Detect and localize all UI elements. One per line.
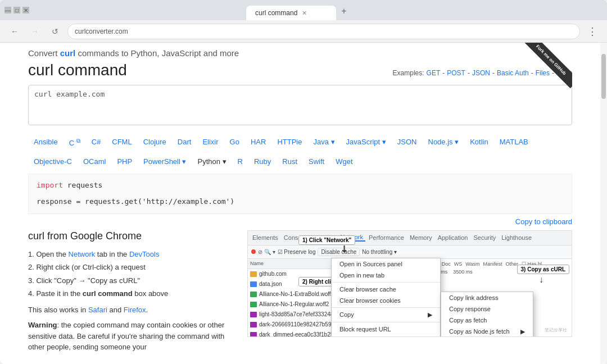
lang-har[interactable]: HAR [245,135,271,149]
address-bar[interactable]: curlconverter.com [67,24,580,39]
browser-tab[interactable]: curl command ✕ [246,6,336,20]
close-button[interactable]: ✕ [22,7,29,13]
lang-nodejs[interactable]: Node.js ▾ [423,135,465,149]
cm-clear-cookies[interactable]: Clear browser cookies [332,295,440,306]
step-3: 3. Click "Copy" → "Copy as cURL" [28,274,236,287]
language-tabs-row2: Objective-C OCaml PHP PowerShell ▾ Pytho… [28,155,572,168]
lang-swift[interactable]: Swift [303,155,330,168]
sm-copy-fetch[interactable]: Copy as fetch [441,315,533,326]
lang-rust[interactable]: Rust [277,155,303,168]
dt-memory-tab[interactable]: Memory [407,234,434,241]
tab-close-icon[interactable]: ✕ [302,10,307,17]
lang-wget[interactable]: Wget [330,155,358,168]
copy-to-clipboard-button[interactable]: Copy to clipboard [515,217,572,226]
cm-block-url[interactable]: Block request URL [332,324,440,335]
new-tab-button[interactable]: + [336,3,352,19]
dt-application-tab[interactable]: Application [436,234,470,241]
code-line-1: import requests [37,180,564,192]
lang-ocaml[interactable]: OCaml [78,155,111,168]
scrollbar-thumb[interactable] [601,54,606,99]
cm-sep3 [332,322,440,322]
record-dot [251,249,256,254]
devtools-screenshot: Elements Console Sources Network Perform… [247,230,572,337]
lang-csharp[interactable]: C# [86,135,107,149]
nav-bar: ← → ↺ curlconverter.com ⋮ [0,20,607,43]
example-json[interactable]: JSON [472,69,490,77]
scrollbar[interactable] [600,43,607,364]
back-button[interactable]: ← [7,24,22,39]
network-link[interactable]: Network [69,250,96,258]
copy-submenu: Copy link address Copy response Copy as … [441,292,533,337]
example-post[interactable]: POST [447,69,465,77]
lang-python[interactable]: Python ▾ [192,155,232,168]
dt-toolbar-icons: ⊘ 🔍 ▾ [258,249,275,255]
lang-c[interactable]: C ⧉ [64,135,86,149]
dt-lighthouse-tab[interactable]: Lighthouse [499,234,534,241]
lang-ruby[interactable]: Ruby [248,155,277,168]
dt-security-tab[interactable]: Security [471,234,498,241]
sm-copy-nodejs-fetch[interactable]: Copy as Node.js fetch▶ [441,326,533,337]
dt-file-icon [250,271,257,277]
dt-throttle[interactable]: No throttling ▾ [362,249,397,255]
dt-file-icon [250,302,257,307]
cm-copy[interactable]: Copy▶ [332,309,440,321]
cm-clear-cache[interactable]: Clear browser cache [332,284,440,295]
lang-go[interactable]: Go [224,135,245,149]
sm-copy-response[interactable]: Copy response [441,303,533,315]
cm-open-new-tab[interactable]: Open in new tab [332,270,440,281]
lang-kotlin[interactable]: Kotlin [464,135,494,149]
fork-ribbon[interactable]: Fork me on GitHub [523,43,572,88]
lang-matlab[interactable]: MATLAB [494,135,534,149]
sm-copy-link[interactable]: Copy link address [441,292,533,303]
dt-file-icon [250,312,257,317]
page-scroll-area: Fork me on GitHub Convert curl commands … [0,43,600,364]
lang-javascript[interactable]: JavaScript ▾ [341,135,392,149]
dt-toolbar: ⊘ 🔍 ▾ ☑ Preserve log Disable cache No th… [248,245,572,259]
lang-cfml[interactable]: CFML [106,135,137,149]
chrome-instructions: curl from Google Chrome 1. Open the Netw… [28,230,236,353]
safari-link[interactable]: Safari [88,306,107,314]
browser-menu-button[interactable]: ⋮ [585,24,600,39]
example-get[interactable]: GET [427,69,441,77]
lang-java[interactable]: Java ▾ [307,135,340,149]
lang-ansible[interactable]: Ansible [28,135,64,149]
reload-button[interactable]: ↺ [47,24,63,39]
address-text: curlconverter.com [75,28,128,35]
lang-clojure[interactable]: Clojure [138,135,172,149]
dt-elements-tab[interactable]: Elements [250,234,280,241]
context-menu: Open in Sources panel Open in new tab Cl… [331,258,441,337]
lang-powershell[interactable]: PowerShell ▾ [138,155,192,168]
page-title: curl command [28,61,127,79]
lang-json[interactable]: JSON [392,135,423,149]
title-bar: — □ ✕ curl command ✕ + [0,0,607,20]
lang-r[interactable]: R [232,155,248,168]
dt-preserve-checkbox: ☑ Preserve log [278,249,316,255]
browser-window: — □ ✕ curl command ✕ + ← → ↺ curlconvert… [0,0,607,364]
lang-elixir[interactable]: Elixir [197,135,224,149]
watermark: 笔记分享社 [545,327,567,333]
forward-button[interactable]: → [27,24,43,39]
devtools-link[interactable]: DevTools [129,250,159,258]
annotation-copy-curl: 3) Copy as cURL [517,265,569,274]
cm-open-sources[interactable]: Open in Sources panel [332,258,440,270]
firefox-link[interactable]: Firefox [124,306,146,314]
curl-link[interactable]: curl [60,48,76,58]
curl-input[interactable]: curl example.com [28,85,572,125]
dt-performance-tab[interactable]: Performance [366,234,406,241]
cm-sep1 [332,282,440,283]
page-header: Convert curl commands to Python, JavaScr… [28,43,572,135]
step-1: 1. Open the Network tab in the DevTools [28,248,236,261]
steps-list: 1. Open the Network tab in the DevTools … [28,248,236,301]
lower-section: curl from Google Chrome 1. Open the Netw… [28,230,572,353]
lang-httppie[interactable]: HTTPie [271,135,307,149]
warning-text: Warning: the copied command may contain … [28,320,236,353]
language-tabs: Ansible C ⧉ C# CFML Clojure Dart Elixir … [28,135,572,149]
code-block: import requests response = requests.get(… [28,174,572,214]
lang-php[interactable]: PHP [111,155,138,168]
lang-dart[interactable]: Dart [172,135,197,149]
lang-objective-c[interactable]: Objective-C [28,155,78,168]
cm-block-domain[interactable]: Block request domain [332,335,440,337]
maximize-button[interactable]: □ [13,7,20,13]
dt-file-icon [250,292,257,297]
minimize-button[interactable]: — [4,7,11,13]
